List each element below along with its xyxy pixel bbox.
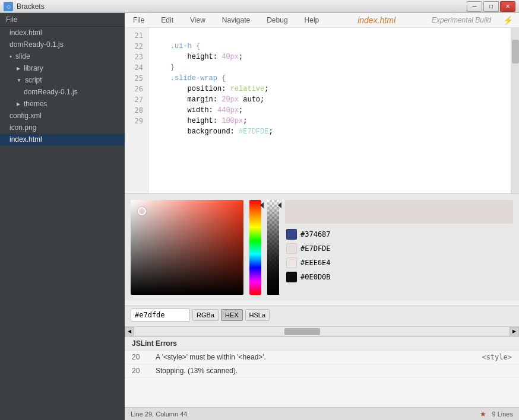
arrow-icon: ▾	[10, 54, 12, 59]
rgba-mode-button[interactable]: RGBa	[192, 309, 219, 321]
sidebar-file-label: File	[0, 13, 125, 27]
swatch-label-2: #E7DFDE	[300, 244, 331, 253]
main-editor: File Edit View Navigate Debug Help index…	[125, 13, 519, 420]
color-swatches-panel: #374687 #E7DFDE #EEE6E4 #0E0D0B	[285, 200, 513, 283]
swatch-row-1[interactable]: #374687	[285, 228, 513, 240]
sidebar-item-label: domReady-0.1.js	[24, 88, 78, 96]
sidebar-item-label: domReady-0.1.js	[10, 40, 64, 49]
swatch-1[interactable]	[286, 229, 297, 240]
editor-topbar: File Edit View Navigate Debug Help index…	[125, 13, 519, 28]
sidebar-item-index-html-top[interactable]: index.html	[0, 27, 125, 39]
error-row-2[interactable]: 20 Stopping. (13% scanned).	[125, 364, 519, 378]
error-row-1[interactable]: 20 A '<style>' must be within '<head>'. …	[125, 351, 519, 364]
scroll-track[interactable]	[134, 327, 509, 336]
close-button[interactable]: ✕	[500, 1, 515, 12]
swatch-label-3: #EEE6E4	[300, 259, 331, 267]
sidebar-item-themes[interactable]: ▶ themes	[0, 98, 125, 110]
sidebar-item-script[interactable]: ▼ script	[0, 74, 125, 86]
line-numbers: 21 22 23 24 25 26 27 28 29	[125, 28, 148, 193]
editor-area: File index.html domReady-0.1.js ▾ slide …	[0, 13, 519, 420]
color-preview	[285, 200, 513, 224]
menu-navigate[interactable]: Navigate	[220, 15, 252, 26]
statusbar: Line 29, Column 44 ★ 9 Lines	[125, 407, 519, 420]
swatch-row-2[interactable]: #E7DFDE	[285, 243, 513, 254]
sidebar-item-index-html[interactable]: index.html	[0, 133, 125, 145]
sidebar: File index.html domReady-0.1.js ▾ slide …	[0, 13, 125, 420]
sidebar-item-icon-png[interactable]: icon.png	[0, 122, 125, 133]
swatch-row-3[interactable]: #EEE6E4	[285, 257, 513, 269]
error-line-1: 20	[132, 353, 156, 361]
swatch-4[interactable]	[286, 272, 297, 282]
gradient-handle[interactable]	[138, 207, 146, 215]
sidebar-item-label: index.html	[10, 135, 42, 144]
arrow-icon: ▶	[17, 101, 20, 107]
sidebar-item-domready-nested[interactable]: domReady-0.1.js	[0, 86, 125, 98]
sidebar-item-label: script	[25, 76, 42, 84]
app-icon: ◇	[4, 2, 13, 11]
swatch-row-4[interactable]: #0E0D0B	[285, 271, 513, 283]
hex-input-row: RGBa HEX HSLa	[125, 306, 519, 326]
swatch-label-4: #0E0D0B	[300, 273, 331, 281]
sidebar-item-label: config.xml	[10, 112, 42, 120]
app-container: File index.html domReady-0.1.js ▾ slide …	[0, 13, 519, 420]
error-icon: ★	[480, 410, 486, 418]
arrow-icon: ▼	[17, 78, 21, 83]
sidebar-item-library[interactable]: ▶ library	[0, 62, 125, 74]
error-msg-2: Stopping. (13% scanned).	[156, 367, 512, 375]
scroll-right-button[interactable]: ▶	[509, 327, 519, 336]
color-picker: #374687 #E7DFDE #EEE6E4 #0E0D0B	[125, 193, 519, 301]
minimize-button[interactable]: ─	[467, 1, 482, 12]
error-tag-1: <style>	[482, 353, 512, 361]
horizontal-scrollbar[interactable]: ◀ ▶	[125, 326, 519, 336]
panel-title: JSLint Errors	[125, 337, 519, 351]
bottom-panel: JSLint Errors 20 A '<style>' must be wit…	[125, 336, 519, 407]
swatch-3[interactable]	[286, 257, 297, 268]
code-editor[interactable]: 21 22 23 24 25 26 27 28 29 .ui-h { heigh…	[125, 28, 519, 193]
scroll-thumb[interactable]	[284, 328, 320, 335]
error-msg-1: A '<style>' must be within '<head>'.	[156, 353, 482, 361]
menu-file[interactable]: File	[131, 15, 147, 26]
app-title: Brackets	[17, 2, 467, 11]
sidebar-item-config-xml[interactable]: config.xml	[0, 110, 125, 122]
sidebar-item-label: icon.png	[10, 123, 36, 132]
statusbar-right: ★ 9 Lines	[480, 410, 513, 418]
alpha-arrow	[278, 202, 281, 208]
arrow-icon: ▶	[17, 66, 20, 71]
sidebar-item-label: index.html	[10, 28, 42, 37]
code-content[interactable]: .ui-h { height: 40px; } .slide-wrap { po…	[148, 28, 511, 193]
maximize-button[interactable]: □	[483, 1, 499, 12]
experimental-label: Experimental Build	[432, 16, 491, 24]
lightning-icon: ⚡	[503, 15, 513, 25]
window-controls: ─ □ ✕	[467, 1, 515, 12]
cursor-position: Line 29, Column 44	[131, 411, 187, 418]
sidebar-item-domready-top[interactable]: domReady-0.1.js	[0, 39, 125, 50]
sidebar-item-label: themes	[24, 100, 47, 108]
hex-mode-button[interactable]: HEX	[221, 309, 243, 321]
lines-count: 9 Lines	[492, 411, 513, 418]
menu-view[interactable]: View	[188, 15, 208, 26]
vertical-scrollbar[interactable]	[511, 28, 519, 193]
swatch-2[interactable]	[286, 243, 297, 254]
sidebar-item-label: library	[24, 64, 43, 72]
sidebar-item-label: slide	[15, 52, 30, 61]
error-line-2: 20	[132, 367, 156, 375]
color-gradient-picker[interactable]	[131, 200, 243, 295]
hue-arrow	[260, 202, 264, 208]
hsla-mode-button[interactable]: HSLa	[245, 309, 270, 321]
menu-debug[interactable]: Debug	[264, 15, 290, 26]
scrollbar-thumb[interactable]	[512, 40, 519, 63]
menu-help[interactable]: Help	[302, 15, 322, 26]
hex-input[interactable]	[131, 308, 190, 322]
titlebar: ◇ Brackets ─ □ ✕	[0, 0, 519, 13]
swatch-label-1: #374687	[300, 230, 331, 238]
menu-edit[interactable]: Edit	[159, 15, 176, 26]
scroll-left-button[interactable]: ◀	[125, 327, 134, 336]
editor-title: index.html	[333, 15, 420, 25]
alpha-strip[interactable]	[267, 200, 279, 295]
sidebar-item-slide[interactable]: ▾ slide	[0, 50, 125, 62]
hue-strip[interactable]	[249, 200, 261, 295]
